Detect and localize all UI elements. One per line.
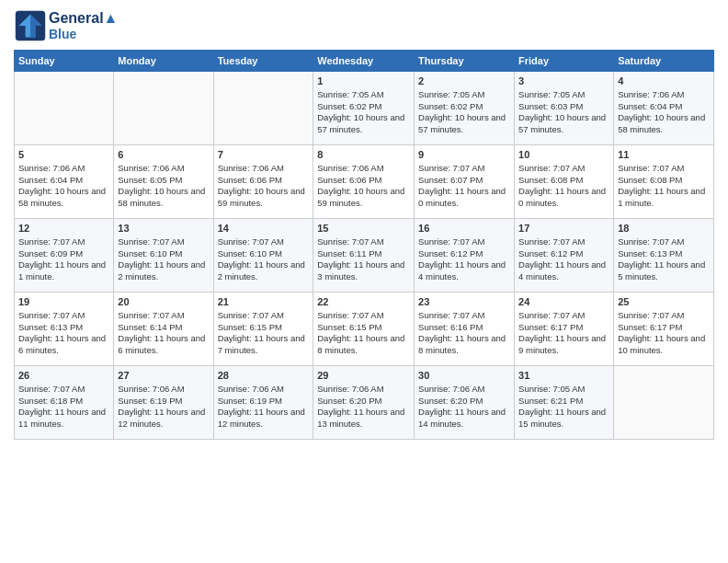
calendar-cell bbox=[15, 72, 114, 145]
calendar-cell: 5Sunrise: 7:06 AMSunset: 6:04 PMDaylight… bbox=[15, 145, 114, 219]
calendar-table: SundayMondayTuesdayWednesdayThursdayFrid… bbox=[14, 50, 714, 440]
day-info: Sunset: 6:19 PM bbox=[218, 396, 310, 408]
day-number: 15 bbox=[317, 222, 410, 236]
day-number: 4 bbox=[618, 75, 710, 88]
calendar-cell: 23Sunrise: 7:07 AMSunset: 6:16 PMDayligh… bbox=[415, 293, 515, 366]
day-number: 12 bbox=[18, 222, 109, 236]
day-info: Sunrise: 7:07 AM bbox=[418, 163, 510, 175]
day-info: Sunrise: 7:07 AM bbox=[317, 310, 410, 322]
day-info: Daylight: 10 hours and 58 minutes. bbox=[618, 112, 710, 136]
day-number: 3 bbox=[518, 75, 609, 88]
day-info: Daylight: 11 hours and 0 minutes. bbox=[518, 186, 609, 210]
calendar-cell: 1Sunrise: 7:05 AMSunset: 6:02 PMDaylight… bbox=[313, 72, 415, 145]
weekday-header-tuesday: Tuesday bbox=[213, 51, 313, 72]
day-info: Sunrise: 7:07 AM bbox=[18, 384, 109, 396]
day-info: Sunrise: 7:07 AM bbox=[118, 236, 209, 248]
day-info: Sunset: 6:17 PM bbox=[518, 322, 609, 334]
day-info: Sunset: 6:13 PM bbox=[18, 322, 109, 334]
calendar-cell: 15Sunrise: 7:07 AMSunset: 6:11 PMDayligh… bbox=[313, 219, 415, 293]
day-info: Sunrise: 7:06 AM bbox=[118, 163, 209, 175]
day-number: 2 bbox=[418, 75, 510, 88]
day-info: Sunset: 6:20 PM bbox=[317, 396, 410, 408]
calendar-week-4: 26Sunrise: 7:07 AMSunset: 6:18 PMDayligh… bbox=[15, 366, 714, 440]
day-info: Sunrise: 7:07 AM bbox=[18, 310, 109, 322]
day-info: Sunrise: 7:06 AM bbox=[18, 163, 109, 175]
calendar-cell: 31Sunrise: 7:05 AMSunset: 6:21 PMDayligh… bbox=[515, 366, 614, 440]
logo-text: General▲ Blue bbox=[49, 10, 118, 41]
calendar-cell: 25Sunrise: 7:07 AMSunset: 6:17 PMDayligh… bbox=[614, 293, 714, 366]
day-info: Sunset: 6:11 PM bbox=[317, 248, 410, 260]
day-number: 1 bbox=[317, 75, 410, 88]
calendar-cell: 17Sunrise: 7:07 AMSunset: 6:12 PMDayligh… bbox=[515, 219, 614, 293]
calendar-cell: 24Sunrise: 7:07 AMSunset: 6:17 PMDayligh… bbox=[515, 293, 614, 366]
header: General▲ Blue bbox=[14, 9, 714, 42]
day-info: Sunset: 6:15 PM bbox=[218, 322, 310, 334]
day-info: Sunset: 6:02 PM bbox=[418, 101, 510, 113]
day-number: 27 bbox=[118, 369, 209, 383]
day-info: Sunrise: 7:07 AM bbox=[618, 236, 710, 248]
day-info: Sunrise: 7:07 AM bbox=[518, 163, 609, 175]
day-info: Daylight: 10 hours and 59 minutes. bbox=[317, 186, 410, 210]
calendar-cell: 2Sunrise: 7:05 AMSunset: 6:02 PMDaylight… bbox=[415, 72, 515, 145]
day-number: 7 bbox=[218, 148, 310, 162]
day-info: Sunrise: 7:06 AM bbox=[317, 384, 410, 396]
day-info: Daylight: 10 hours and 57 minutes. bbox=[518, 112, 609, 136]
calendar-cell: 14Sunrise: 7:07 AMSunset: 6:10 PMDayligh… bbox=[213, 219, 313, 293]
day-number: 9 bbox=[418, 148, 510, 162]
day-info: Sunrise: 7:06 AM bbox=[218, 384, 310, 396]
day-info: Daylight: 10 hours and 59 minutes. bbox=[218, 186, 310, 210]
day-info: Sunrise: 7:07 AM bbox=[418, 310, 510, 322]
calendar-cell: 13Sunrise: 7:07 AMSunset: 6:10 PMDayligh… bbox=[114, 219, 213, 293]
day-info: Daylight: 11 hours and 8 minutes. bbox=[418, 333, 510, 357]
day-number: 17 bbox=[518, 222, 609, 236]
day-info: Sunrise: 7:05 AM bbox=[418, 89, 510, 101]
day-number: 6 bbox=[118, 148, 209, 162]
calendar-cell: 26Sunrise: 7:07 AMSunset: 6:18 PMDayligh… bbox=[15, 366, 114, 440]
day-number: 13 bbox=[118, 222, 209, 236]
calendar-cell: 30Sunrise: 7:06 AMSunset: 6:20 PMDayligh… bbox=[415, 366, 515, 440]
day-number: 19 bbox=[18, 295, 109, 309]
day-info: Sunrise: 7:06 AM bbox=[317, 163, 410, 175]
day-info: Sunset: 6:03 PM bbox=[518, 101, 609, 113]
day-info: Sunset: 6:05 PM bbox=[118, 175, 209, 187]
day-info: Sunrise: 7:07 AM bbox=[18, 236, 109, 248]
day-info: Sunrise: 7:05 AM bbox=[317, 89, 410, 101]
calendar-cell bbox=[213, 72, 313, 145]
day-info: Daylight: 11 hours and 5 minutes. bbox=[618, 259, 710, 283]
day-number: 10 bbox=[518, 148, 609, 162]
day-number: 22 bbox=[317, 295, 410, 309]
day-info: Daylight: 11 hours and 0 minutes. bbox=[418, 186, 510, 210]
day-info: Daylight: 10 hours and 57 minutes. bbox=[317, 112, 410, 136]
day-number: 28 bbox=[218, 369, 310, 383]
day-number: 29 bbox=[317, 369, 410, 383]
day-info: Sunrise: 7:07 AM bbox=[518, 310, 609, 322]
calendar-cell: 20Sunrise: 7:07 AMSunset: 6:14 PMDayligh… bbox=[114, 293, 213, 366]
day-number: 26 bbox=[18, 369, 109, 383]
calendar-week-1: 5Sunrise: 7:06 AMSunset: 6:04 PMDaylight… bbox=[15, 145, 714, 219]
calendar-week-3: 19Sunrise: 7:07 AMSunset: 6:13 PMDayligh… bbox=[15, 293, 714, 366]
calendar-cell: 8Sunrise: 7:06 AMSunset: 6:06 PMDaylight… bbox=[313, 145, 415, 219]
day-info: Sunrise: 7:07 AM bbox=[618, 310, 710, 322]
calendar-cell: 10Sunrise: 7:07 AMSunset: 6:08 PMDayligh… bbox=[515, 145, 614, 219]
day-info: Sunset: 6:08 PM bbox=[618, 175, 710, 187]
day-info: Sunset: 6:15 PM bbox=[317, 322, 410, 334]
day-info: Sunset: 6:08 PM bbox=[518, 175, 609, 187]
weekday-header-thursday: Thursday bbox=[415, 51, 515, 72]
day-info: Daylight: 10 hours and 57 minutes. bbox=[418, 112, 510, 136]
weekday-header-friday: Friday bbox=[515, 51, 614, 72]
day-info: Sunset: 6:02 PM bbox=[317, 101, 410, 113]
day-number: 16 bbox=[418, 222, 510, 236]
day-info: Daylight: 11 hours and 1 minute. bbox=[18, 259, 109, 283]
day-info: Sunset: 6:04 PM bbox=[618, 101, 710, 113]
day-info: Sunset: 6:13 PM bbox=[618, 248, 710, 260]
day-info: Daylight: 11 hours and 11 minutes. bbox=[18, 407, 109, 431]
calendar-week-0: 1Sunrise: 7:05 AMSunset: 6:02 PMDaylight… bbox=[15, 72, 714, 145]
day-info: Daylight: 11 hours and 9 minutes. bbox=[518, 333, 609, 357]
day-info: Sunset: 6:17 PM bbox=[618, 322, 710, 334]
day-info: Daylight: 11 hours and 2 minutes. bbox=[218, 259, 310, 283]
day-info: Sunrise: 7:06 AM bbox=[418, 384, 510, 396]
day-info: Daylight: 11 hours and 15 minutes. bbox=[518, 407, 609, 431]
day-info: Daylight: 10 hours and 58 minutes. bbox=[18, 186, 109, 210]
day-info: Sunset: 6:10 PM bbox=[118, 248, 209, 260]
day-info: Sunset: 6:04 PM bbox=[18, 175, 109, 187]
